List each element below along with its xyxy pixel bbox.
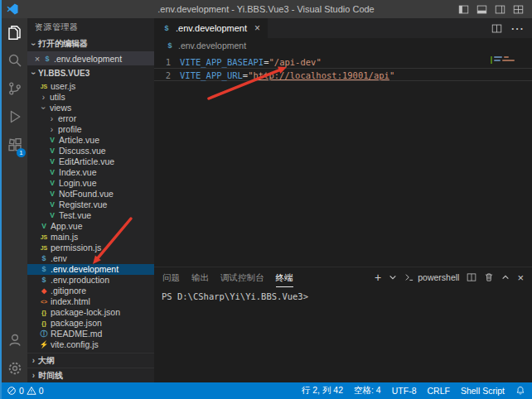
terminal-icon: [404, 272, 414, 282]
terminal-dropdown-chevron-icon[interactable]: [389, 273, 397, 281]
activity-settings[interactable]: [0, 354, 27, 382]
tree-item[interactable]: VLogin.vue: [27, 178, 154, 189]
toggle-secondary-sidebar-icon[interactable]: [495, 4, 505, 15]
tree-item[interactable]: ⓘREADME.md: [27, 329, 154, 339]
tree-item[interactable]: VTest.vue: [27, 210, 154, 221]
code-text: VITE_APP_BASEAPI="/api-dev": [172, 55, 322, 67]
vue-file-icon: V: [47, 178, 57, 189]
tree-item[interactable]: ›profile: [27, 124, 154, 135]
activity-explorer[interactable]: [0, 18, 27, 46]
file-label: Index.vue: [59, 167, 97, 178]
tree-item[interactable]: VIndex.vue: [27, 167, 154, 178]
problems-status[interactable]: 0 0: [7, 386, 44, 396]
project-root-header[interactable]: › YI.BBS.VUE3: [27, 65, 154, 81]
code-line[interactable]: 1VITE_APP_BASEAPI="/api-dev": [154, 55, 532, 68]
kill-terminal-trash-icon[interactable]: [484, 272, 494, 282]
editor-tab-env-development[interactable]: $ .env.development ×: [154, 18, 268, 38]
tree-item[interactable]: {}package.json: [27, 318, 154, 329]
panel-tab-1[interactable]: 输出: [191, 268, 209, 287]
tree-item[interactable]: JSmain.js: [27, 232, 154, 243]
activity-extensions[interactable]: 1: [0, 131, 27, 159]
tree-item[interactable]: JSpermission.js: [27, 243, 154, 253]
tree-item[interactable]: VRegister.vue: [27, 200, 154, 210]
open-editors-label: 打开的编辑器: [38, 38, 88, 50]
timeline-section-header[interactable]: › 时间线: [27, 368, 154, 382]
window-focus-border: [0, 0, 2, 399]
file-label: vite.config.js: [51, 339, 99, 350]
chevron-down-icon: ›: [38, 103, 49, 113]
file-label: package.json: [51, 318, 102, 329]
new-terminal-icon[interactable]: +: [375, 272, 381, 283]
file-label: .env: [51, 253, 67, 264]
encoding-status[interactable]: UTF-8: [392, 386, 417, 396]
tree-item[interactable]: <>index.html: [27, 296, 154, 307]
vue-file-icon: V: [47, 210, 57, 221]
panel-tab-2[interactable]: 调试控制台: [220, 268, 264, 287]
tree-item[interactable]: $.env.production: [27, 275, 154, 286]
activity-source-control[interactable]: [0, 75, 27, 103]
tree-item[interactable]: VNotFound.vue: [27, 189, 154, 200]
activity-search[interactable]: [0, 46, 27, 75]
close-editor-icon[interactable]: ×: [32, 54, 42, 64]
maximize-panel-chevron-up-icon[interactable]: [501, 273, 510, 281]
outline-section-header[interactable]: › 大纲: [27, 353, 154, 368]
cursor-position-status[interactable]: 行 2, 列 42: [302, 385, 343, 397]
tab-close-icon[interactable]: ×: [254, 22, 260, 34]
tree-item[interactable]: JSuser.js: [27, 81, 154, 92]
breadcrumb[interactable]: $ .env.development: [154, 38, 532, 53]
more-actions-icon[interactable]: ⋯: [510, 21, 524, 36]
tree-item[interactable]: ⚡vite.config.js: [27, 339, 154, 350]
split-editor-icon[interactable]: [491, 23, 502, 34]
terminal-prompt: PS D:\CSharp\Yi\Yi.BBS.Vue3>: [162, 291, 308, 301]
error-count: 0: [19, 386, 24, 396]
close-panel-icon[interactable]: ×: [517, 272, 524, 284]
notifications-bell-icon[interactable]: [515, 386, 525, 396]
tree-item[interactable]: $.env: [27, 253, 154, 264]
code-line[interactable]: 2VITE_APP_URL="http://localhost:19001/ap…: [154, 68, 532, 81]
tree-item[interactable]: VEditArticle.vue: [27, 156, 154, 167]
tree-item[interactable]: VApp.vue: [27, 221, 154, 232]
vue-file-icon: V: [47, 156, 57, 167]
chevron-down-icon: ›: [29, 69, 38, 78]
open-editors-header[interactable]: › 打开的编辑器: [27, 36, 154, 51]
file-label: Login.vue: [59, 178, 97, 189]
split-terminal-icon[interactable]: [467, 272, 476, 282]
code-token-key: VITE_APP_BASEAPI: [180, 57, 264, 67]
vscode-window: .env.development - Yi.BBS.Vue3 - Visual …: [0, 0, 532, 399]
code-text: VITE_APP_URL="http://localhost:19001/api…: [172, 69, 394, 80]
tree-item[interactable]: ›error: [27, 113, 154, 124]
activity-accounts[interactable]: [0, 326, 27, 354]
terminal-instance-powershell[interactable]: powershell: [404, 272, 459, 282]
tree-item[interactable]: VArticle.vue: [27, 135, 154, 146]
vite-file-icon: ⚡: [39, 339, 49, 350]
file-label: main.js: [51, 232, 78, 243]
tree-item[interactable]: ›utils: [27, 92, 154, 103]
git-file-icon: ◆: [39, 286, 49, 296]
language-mode-status[interactable]: Shell Script: [461, 386, 505, 396]
tree-item[interactable]: {}package-lock.json: [27, 307, 154, 318]
vue-file-icon: V: [47, 167, 57, 178]
toggle-sidebar-icon[interactable]: [458, 4, 469, 15]
tree-item[interactable]: ›views: [27, 103, 154, 113]
activity-run-debug[interactable]: [0, 103, 27, 131]
file-tree: JSuser.js›utils›views›error›profileVArti…: [27, 81, 154, 353]
tree-item[interactable]: $.env.development: [27, 264, 154, 275]
code-token-string: "/api-dev": [268, 57, 321, 67]
code-lines: 1VITE_APP_BASEAPI="/api-dev"2VITE_APP_UR…: [154, 55, 532, 81]
tree-item[interactable]: VDiscuss.vue: [27, 146, 154, 156]
indentation-status[interactable]: 空格: 4: [354, 385, 381, 397]
code-editor[interactable]: 1VITE_APP_BASEAPI="/api-dev"2VITE_APP_UR…: [154, 53, 532, 267]
open-editor-item[interactable]: × $ .env.development: [27, 51, 154, 65]
code-token-link[interactable]: http://localhost:19001/api: [254, 70, 389, 80]
env-file-icon: $: [39, 253, 49, 264]
tree-item[interactable]: ◆.gitignore: [27, 286, 154, 296]
vue-file-icon: V: [47, 189, 57, 200]
warning-count: 0: [39, 386, 44, 396]
panel-tab-3[interactable]: 终端: [276, 268, 293, 287]
eol-status[interactable]: CRLF: [427, 386, 449, 396]
terminal[interactable]: PS D:\CSharp\Yi\Yi.BBS.Vue3>: [154, 287, 532, 382]
toggle-panel-icon[interactable]: [476, 4, 487, 15]
minimap[interactable]: [492, 55, 522, 104]
panel-tab-0[interactable]: 问题: [162, 268, 180, 287]
customize-layout-icon[interactable]: [513, 4, 524, 15]
